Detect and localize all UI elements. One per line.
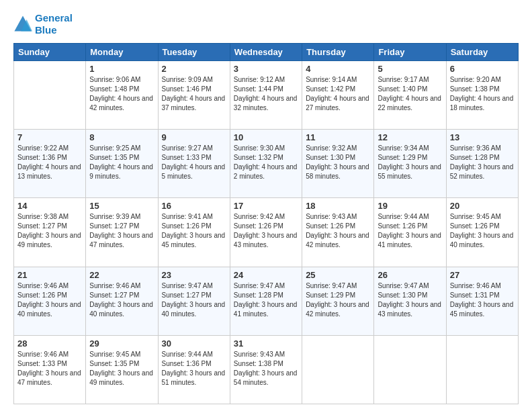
weekday-header-sunday: Sunday xyxy=(14,44,86,61)
calendar-cell: 6Sunrise: 9:20 AMSunset: 1:38 PMDaylight… xyxy=(446,61,518,130)
calendar-cell: 28Sunrise: 9:46 AMSunset: 1:33 PMDayligh… xyxy=(14,335,86,404)
day-number: 15 xyxy=(89,201,154,211)
calendar-cell: 18Sunrise: 9:43 AMSunset: 1:26 PMDayligh… xyxy=(302,198,374,267)
calendar-cell: 29Sunrise: 9:45 AMSunset: 1:35 PMDayligh… xyxy=(86,335,158,404)
calendar-cell: 27Sunrise: 9:46 AMSunset: 1:31 PMDayligh… xyxy=(446,267,518,335)
day-number: 24 xyxy=(234,270,298,280)
day-number: 6 xyxy=(450,64,515,74)
calendar-cell: 19Sunrise: 9:44 AMSunset: 1:26 PMDayligh… xyxy=(374,198,446,267)
calendar-cell xyxy=(302,335,374,404)
day-number: 19 xyxy=(378,201,442,211)
day-number: 5 xyxy=(378,64,442,74)
calendar-cell xyxy=(374,335,446,404)
weekday-header-friday: Friday xyxy=(374,44,446,61)
calendar-cell: 31Sunrise: 9:43 AMSunset: 1:38 PMDayligh… xyxy=(230,335,302,404)
day-info: Sunrise: 9:47 AMSunset: 1:28 PMDaylight:… xyxy=(234,281,298,319)
day-info: Sunrise: 9:44 AMSunset: 1:26 PMDaylight:… xyxy=(378,212,442,250)
weekday-header-thursday: Thursday xyxy=(302,44,374,61)
calendar-cell: 14Sunrise: 9:38 AMSunset: 1:27 PMDayligh… xyxy=(14,198,86,267)
calendar-week-row: 1Sunrise: 9:06 AMSunset: 1:48 PMDaylight… xyxy=(14,61,519,130)
day-info: Sunrise: 9:45 AMSunset: 1:35 PMDaylight:… xyxy=(89,350,154,387)
calendar-cell: 16Sunrise: 9:41 AMSunset: 1:26 PMDayligh… xyxy=(158,198,230,267)
calendar-cell: 21Sunrise: 9:46 AMSunset: 1:26 PMDayligh… xyxy=(14,267,86,335)
weekday-header-row: SundayMondayTuesdayWednesdayThursdayFrid… xyxy=(14,44,519,61)
day-info: Sunrise: 9:22 AMSunset: 1:36 PMDaylight:… xyxy=(17,144,82,181)
day-info: Sunrise: 9:43 AMSunset: 1:38 PMDaylight:… xyxy=(234,350,298,387)
day-info: Sunrise: 9:42 AMSunset: 1:26 PMDaylight:… xyxy=(234,212,298,250)
day-number: 28 xyxy=(17,338,82,349)
day-number: 3 xyxy=(234,64,298,74)
logo-text: General Blue xyxy=(35,12,73,36)
day-number: 26 xyxy=(378,270,442,280)
weekday-header-wednesday: Wednesday xyxy=(230,44,302,61)
calendar-cell: 23Sunrise: 9:47 AMSunset: 1:27 PMDayligh… xyxy=(158,267,230,335)
day-number: 12 xyxy=(378,132,442,142)
day-number: 14 xyxy=(17,201,82,211)
calendar-cell: 8Sunrise: 9:25 AMSunset: 1:35 PMDaylight… xyxy=(86,130,158,198)
day-info: Sunrise: 9:32 AMSunset: 1:30 PMDaylight:… xyxy=(306,144,370,181)
calendar-cell: 12Sunrise: 9:34 AMSunset: 1:29 PMDayligh… xyxy=(374,130,446,198)
calendar-cell: 11Sunrise: 9:32 AMSunset: 1:30 PMDayligh… xyxy=(302,130,374,198)
calendar-cell: 20Sunrise: 9:45 AMSunset: 1:26 PMDayligh… xyxy=(446,198,518,267)
day-number: 31 xyxy=(234,338,298,349)
day-info: Sunrise: 9:45 AMSunset: 1:26 PMDaylight:… xyxy=(450,212,515,250)
day-number: 21 xyxy=(17,270,82,280)
day-number: 27 xyxy=(450,270,515,280)
calendar-table: SundayMondayTuesdayWednesdayThursdayFrid… xyxy=(13,43,519,404)
calendar-week-row: 14Sunrise: 9:38 AMSunset: 1:27 PMDayligh… xyxy=(14,198,519,267)
day-info: Sunrise: 9:17 AMSunset: 1:40 PMDaylight:… xyxy=(378,75,442,113)
calendar-cell: 13Sunrise: 9:36 AMSunset: 1:28 PMDayligh… xyxy=(446,130,518,198)
day-info: Sunrise: 9:34 AMSunset: 1:29 PMDaylight:… xyxy=(378,144,442,181)
calendar-page: General Blue SundayMondayTuesdayWednesda… xyxy=(0,0,532,411)
day-number: 20 xyxy=(450,201,515,211)
day-info: Sunrise: 9:43 AMSunset: 1:26 PMDaylight:… xyxy=(306,212,370,250)
day-number: 18 xyxy=(306,201,370,211)
calendar-cell: 7Sunrise: 9:22 AMSunset: 1:36 PMDaylight… xyxy=(14,130,86,198)
day-info: Sunrise: 9:36 AMSunset: 1:28 PMDaylight:… xyxy=(450,144,515,181)
day-number: 11 xyxy=(306,132,370,142)
calendar-cell: 25Sunrise: 9:47 AMSunset: 1:29 PMDayligh… xyxy=(302,267,374,335)
calendar-cell: 17Sunrise: 9:42 AMSunset: 1:26 PMDayligh… xyxy=(230,198,302,267)
calendar-cell: 30Sunrise: 9:44 AMSunset: 1:36 PMDayligh… xyxy=(158,335,230,404)
calendar-cell: 4Sunrise: 9:14 AMSunset: 1:42 PMDaylight… xyxy=(302,61,374,130)
calendar-cell xyxy=(14,61,86,130)
day-info: Sunrise: 9:39 AMSunset: 1:27 PMDaylight:… xyxy=(89,212,154,250)
day-info: Sunrise: 9:46 AMSunset: 1:27 PMDaylight:… xyxy=(89,281,154,319)
day-info: Sunrise: 9:30 AMSunset: 1:32 PMDaylight:… xyxy=(234,144,298,181)
day-info: Sunrise: 9:20 AMSunset: 1:38 PMDaylight:… xyxy=(450,75,515,113)
calendar-cell: 9Sunrise: 9:27 AMSunset: 1:33 PMDaylight… xyxy=(158,130,230,198)
day-number: 30 xyxy=(162,338,226,349)
logo-icon xyxy=(13,15,32,34)
day-number: 4 xyxy=(306,64,370,74)
day-number: 16 xyxy=(162,201,226,211)
calendar-cell xyxy=(446,335,518,404)
day-info: Sunrise: 9:14 AMSunset: 1:42 PMDaylight:… xyxy=(306,75,370,113)
weekday-header-saturday: Saturday xyxy=(446,44,518,61)
day-info: Sunrise: 9:41 AMSunset: 1:26 PMDaylight:… xyxy=(162,212,226,250)
day-info: Sunrise: 9:38 AMSunset: 1:27 PMDaylight:… xyxy=(17,212,82,250)
page-header: General Blue xyxy=(13,12,519,36)
weekday-header-monday: Monday xyxy=(86,44,158,61)
calendar-cell: 5Sunrise: 9:17 AMSunset: 1:40 PMDaylight… xyxy=(374,61,446,130)
day-number: 13 xyxy=(450,132,515,142)
day-number: 8 xyxy=(89,132,154,142)
calendar-cell: 3Sunrise: 9:12 AMSunset: 1:44 PMDaylight… xyxy=(230,61,302,130)
day-number: 1 xyxy=(89,64,154,74)
day-info: Sunrise: 9:44 AMSunset: 1:36 PMDaylight:… xyxy=(162,350,226,387)
day-number: 9 xyxy=(162,132,226,142)
calendar-cell: 1Sunrise: 9:06 AMSunset: 1:48 PMDaylight… xyxy=(86,61,158,130)
day-number: 29 xyxy=(89,338,154,349)
day-info: Sunrise: 9:47 AMSunset: 1:27 PMDaylight:… xyxy=(162,281,226,319)
calendar-cell: 10Sunrise: 9:30 AMSunset: 1:32 PMDayligh… xyxy=(230,130,302,198)
day-number: 2 xyxy=(162,64,226,74)
day-info: Sunrise: 9:47 AMSunset: 1:29 PMDaylight:… xyxy=(306,281,370,319)
day-info: Sunrise: 9:47 AMSunset: 1:30 PMDaylight:… xyxy=(378,281,442,319)
day-info: Sunrise: 9:12 AMSunset: 1:44 PMDaylight:… xyxy=(234,75,298,113)
calendar-cell: 26Sunrise: 9:47 AMSunset: 1:30 PMDayligh… xyxy=(374,267,446,335)
weekday-header-tuesday: Tuesday xyxy=(158,44,230,61)
day-info: Sunrise: 9:09 AMSunset: 1:46 PMDaylight:… xyxy=(162,75,226,113)
calendar-cell: 15Sunrise: 9:39 AMSunset: 1:27 PMDayligh… xyxy=(86,198,158,267)
calendar-week-row: 21Sunrise: 9:46 AMSunset: 1:26 PMDayligh… xyxy=(14,267,519,335)
calendar-week-row: 28Sunrise: 9:46 AMSunset: 1:33 PMDayligh… xyxy=(14,335,519,404)
day-info: Sunrise: 9:06 AMSunset: 1:48 PMDaylight:… xyxy=(89,75,154,113)
